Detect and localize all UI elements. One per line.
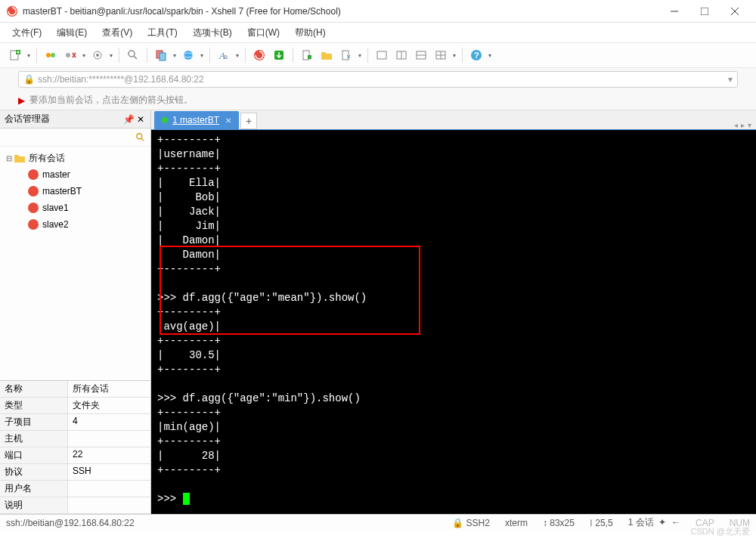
tab-next-icon[interactable]: ▸	[741, 121, 745, 129]
layout3-button[interactable]	[412, 46, 430, 64]
prop-row: 类型文件夹	[0, 398, 150, 414]
menu-view[interactable]: 查看(V)	[96, 25, 138, 41]
status-proto: 🔒SSH2	[452, 518, 490, 528]
status-pos: ⁞ 25,5	[590, 518, 613, 528]
prop-row: 协议SSH	[0, 464, 150, 481]
close-button[interactable]	[720, 1, 750, 22]
minimize-button[interactable]	[659, 1, 689, 22]
status-num: NUM	[730, 518, 750, 528]
toolbar: ▾ ▾ ▾ ▾ ▾ Aa ▾ ▾ ▾ ? ▾	[0, 42, 756, 68]
add-tab-button[interactable]: +	[240, 113, 257, 129]
tree-root-label: 所有会话	[29, 152, 65, 165]
new-session-button[interactable]	[6, 46, 24, 64]
addressbar: 🔒 ssh://beitian:**********@192.168.64.80…	[0, 68, 756, 91]
prop-row: 主机	[0, 431, 150, 447]
menu-edit[interactable]: 编辑(E)	[51, 25, 93, 41]
tab-menu-icon[interactable]: ▾	[748, 121, 751, 129]
menu-tools[interactable]: 工具(T)	[141, 25, 183, 41]
session-tree: ⊟ 所有会话 master masterBT slave1 slave2	[0, 147, 150, 380]
paste-dropdown[interactable]: ▾	[199, 52, 205, 59]
address-input[interactable]: 🔒 ssh://beitian:**********@192.168.64.80…	[18, 71, 738, 88]
layout2-button[interactable]	[392, 46, 411, 64]
layout-dropdown[interactable]: ▾	[451, 52, 457, 59]
copy-button[interactable]	[152, 46, 170, 64]
maximize-button[interactable]	[689, 1, 720, 22]
prop-row: 名称所有会话	[0, 381, 150, 398]
expand-icon[interactable]: ⊟	[5, 154, 14, 162]
address-dropdown-icon[interactable]: ▾	[728, 74, 733, 85]
svg-point-9	[46, 53, 51, 57]
svg-point-14	[129, 51, 135, 57]
tree-item[interactable]: slave1	[24, 200, 149, 216]
new-file-button[interactable]	[298, 46, 316, 64]
properties-dropdown[interactable]: ▾	[108, 52, 114, 59]
app-icon	[6, 5, 18, 17]
session-icon	[27, 169, 39, 181]
tab-label: 1 masterBT	[172, 115, 219, 125]
svg-rect-17	[160, 53, 166, 60]
new-session-dropdown[interactable]: ▾	[26, 52, 32, 59]
sidebar-search[interactable]	[0, 128, 150, 147]
xftp-button[interactable]	[270, 46, 288, 64]
svg-point-42	[28, 219, 39, 230]
menubar: 文件(F) 编辑(E) 查看(V) 工具(T) 选项卡(B) 窗口(W) 帮助(…	[0, 23, 756, 42]
prop-key: 端口	[0, 447, 68, 463]
layout4-button[interactable]	[432, 46, 450, 64]
font-button[interactable]: Aa	[215, 46, 233, 64]
open-button[interactable]	[337, 46, 355, 64]
xshell-button[interactable]	[250, 46, 268, 64]
tab-close-icon[interactable]: ✕	[225, 116, 231, 125]
menu-help[interactable]: 帮助(H)	[289, 25, 332, 41]
tree-item-label: masterBT	[42, 186, 82, 197]
help-dropdown[interactable]: ▾	[487, 52, 493, 59]
prop-key: 用户名	[0, 481, 68, 497]
properties-button[interactable]	[88, 46, 107, 64]
svg-point-10	[51, 53, 55, 57]
svg-point-13	[96, 54, 99, 57]
tree-item-label: slave2	[42, 219, 69, 230]
prop-val: 文件夹	[68, 398, 150, 413]
svg-point-40	[28, 186, 39, 197]
content: 1 masterBT ✕ + ◂ ▸ ▾ +--------+ |usernam…	[151, 110, 756, 514]
reconnect-button[interactable]	[42, 46, 60, 64]
copy-dropdown[interactable]: ▾	[172, 52, 178, 59]
svg-point-41	[28, 203, 39, 213]
svg-text:?: ?	[474, 51, 479, 60]
svg-point-18	[184, 51, 193, 60]
session-icon	[27, 218, 39, 231]
disconnect-button[interactable]	[61, 46, 79, 64]
svg-rect-2	[701, 8, 708, 15]
property-table: 名称所有会话 类型文件夹 子项目4 主机 端口22 协议SSH 用户名 说明	[0, 380, 150, 514]
tree-item[interactable]: slave2	[24, 216, 149, 233]
paste-button[interactable]	[179, 46, 197, 64]
sidebar-title: 会话管理器	[5, 113, 122, 125]
status-cap: CAP	[696, 518, 714, 528]
menu-tabs[interactable]: 选项卡(B)	[187, 25, 238, 41]
lock-icon: 🔒	[23, 74, 35, 85]
layout1-button[interactable]	[373, 46, 391, 64]
tree-item[interactable]: master	[24, 166, 149, 183]
close-sidebar-icon[interactable]: ✕	[135, 114, 146, 125]
open-dropdown[interactable]: ▾	[357, 52, 363, 59]
menu-window[interactable]: 窗口(W)	[241, 25, 286, 41]
statusbar: ssh://beitian@192.168.64.80:22 🔒SSH2 xte…	[0, 514, 756, 531]
svg-point-37	[137, 133, 142, 138]
disconnect-dropdown[interactable]: ▾	[81, 52, 87, 59]
hintbar: ▶ 要添加当前会话，点击左侧的箭头按钮。	[0, 91, 756, 110]
tab-prev-icon[interactable]: ◂	[734, 121, 738, 129]
help-button[interactable]: ?	[467, 46, 485, 64]
menu-file[interactable]: 文件(F)	[6, 25, 48, 41]
titlebar: masterBT - beitian@panli:/usr/local/spar…	[0, 0, 756, 23]
find-button[interactable]	[124, 46, 142, 64]
window-title: masterBT - beitian@panli:/usr/local/spar…	[23, 6, 659, 17]
folder-button[interactable]	[318, 46, 336, 64]
svg-rect-26	[342, 51, 349, 60]
pin-icon[interactable]: 📌	[123, 114, 134, 125]
tab-active[interactable]: 1 masterBT ✕	[154, 111, 239, 129]
terminal[interactable]: +--------+ |username| +--------+ | Ella|…	[151, 130, 756, 514]
status-size: ↕ 83x25	[543, 518, 575, 528]
tree-root[interactable]: ⊟ 所有会话	[2, 150, 149, 166]
font-dropdown[interactable]: ▾	[234, 52, 240, 59]
tree-item[interactable]: masterBT	[24, 183, 149, 200]
prop-row: 端口22	[0, 447, 150, 464]
